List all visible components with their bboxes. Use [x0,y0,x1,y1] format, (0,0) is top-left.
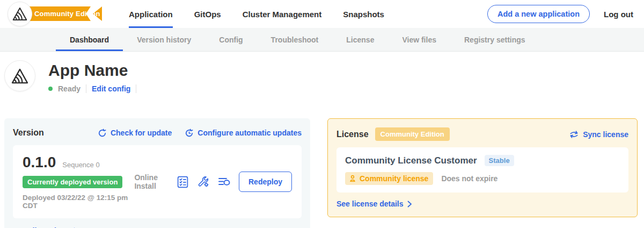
app-header: App Name Ready Edit config [0,52,644,115]
subnav-tab-license[interactable]: License [332,28,388,51]
divider [136,84,136,93]
sequence-label: Sequence 0 [62,161,99,169]
sync-icon [569,130,579,139]
version-actions: Online Install [134,172,292,192]
customer-name: Community License Customer [345,155,477,166]
app-header-info: App Name Ready Edit config [48,60,136,93]
subnav-tab-dashboard[interactable]: Dashboard [56,28,123,51]
top-bar-actions: Add a new application Log out [487,0,633,28]
brand-logo-circle [8,2,32,26]
status-badge: Ready [58,84,80,93]
version-card: Version Check for update Configure au [4,118,310,228]
log-out-link[interactable]: Log out [604,10,633,19]
divider [86,84,86,93]
edit-config-link[interactable]: Edit config [92,84,130,93]
channel-badge: Stable [485,155,514,166]
preflight-checks-icon[interactable] [177,176,189,188]
deploy-logs-icon[interactable] [218,176,231,188]
configure-automatic-updates-link[interactable]: Configure automatic updates [185,129,302,138]
subnav-tab-view-files[interactable]: View files [388,28,450,51]
primary-nav: Application GitOps Cluster Management Sn… [129,0,384,28]
subnav-tab-registry-settings[interactable]: Registry settings [450,28,539,51]
app-status-row: Ready Edit config [48,84,136,93]
app-avatar [4,60,35,91]
nav-tab-application[interactable]: Application [129,0,173,28]
chevron-right-icon [407,201,412,208]
nav-tab-cluster-management[interactable]: Cluster Management [243,0,322,28]
nav-tab-gitops[interactable]: GitOps [194,0,221,28]
brand-badge: Community Edition [6,0,117,28]
secondary-nav: Dashboard Version history Config Trouble… [0,28,644,52]
nav-tab-snapshots[interactable]: Snapshots [343,0,384,28]
current-version-panel: 0.1.0 Sequence 0 Currently deployed vers… [13,145,302,218]
replicated-logo-icon [12,7,27,21]
see-license-details-link[interactable]: See license details [336,200,628,208]
refresh-icon [98,129,107,138]
sync-license-label: Sync license [583,130,628,139]
license-card: License Community Edition Sync license C… [327,118,638,217]
community-edition-label: Community Edition [34,6,88,21]
version-number: 0.1.0 [23,154,56,171]
license-card-actions: Sync license [569,130,628,139]
page-title: App Name [48,61,136,79]
app-logo-icon [11,68,28,84]
check-for-update-label: Check for update [111,129,172,137]
top-nav-bar: Community Edition Application GitOps Clu… [0,0,644,28]
subnav-tab-config[interactable]: Config [205,28,257,51]
version-card-header: Version Check for update Configure au [13,128,302,138]
version-card-title: Version [13,128,44,138]
person-icon [349,175,356,182]
version-details: 0.1.0 Sequence 0 Currently deployed vers… [23,154,134,210]
license-card-header: License Community Edition Sync license [336,127,628,141]
subnav-tab-troubleshoot[interactable]: Troubleshoot [257,28,333,51]
check-for-update-link[interactable]: Check for update [98,129,172,138]
configure-automatic-updates-label: Configure automatic updates [197,129,302,137]
sync-license-link[interactable]: Sync license [569,130,628,139]
currently-deployed-badge: Currently deployed version [23,176,122,188]
auto-update-schedule-icon [185,129,194,138]
community-edition-badge: Community Edition [375,127,450,141]
install-type-label: Online Install [134,173,167,190]
dashboard-cards: Version Check for update Configure au [0,115,644,228]
license-expiration: Does not expire [441,174,497,183]
redeploy-button[interactable]: Redeploy [239,172,292,192]
status-dot [48,87,53,91]
version-card-actions: Check for update Configure automatic upd… [98,129,302,138]
license-card-title: License [336,130,369,139]
license-type-label: Community license [360,174,428,183]
edit-config-icon[interactable] [197,175,210,188]
license-type-badge: Community license [345,172,433,185]
deployed-timestamp: Deployed 03/22/22 @ 12:15 pm CDT [23,194,134,210]
license-details-panel: Community License Customer Stable Commun… [336,147,628,193]
add-new-application-button[interactable]: Add a new application [487,5,590,23]
subnav-tab-version-history[interactable]: Version history [123,28,205,51]
see-license-details-label: See license details [336,200,404,208]
